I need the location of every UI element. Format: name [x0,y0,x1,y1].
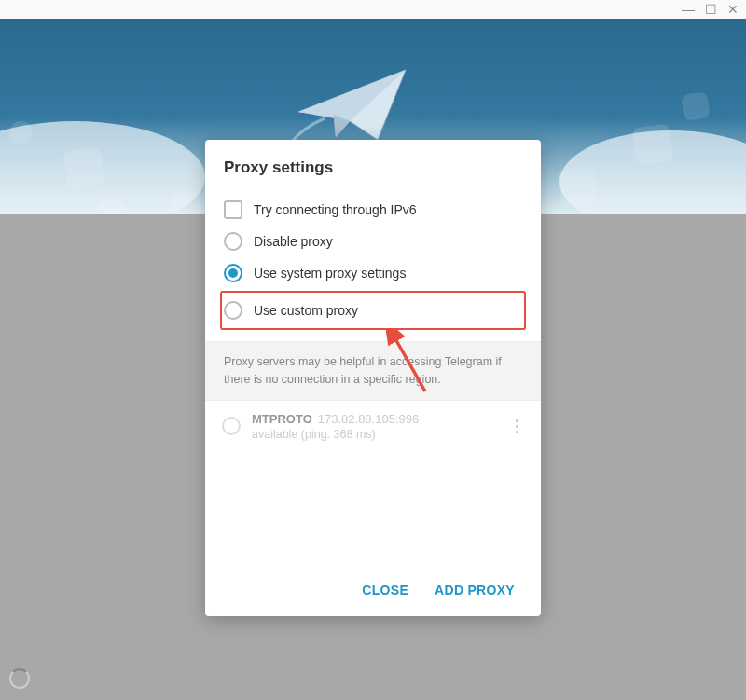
proxy-status: available (ping: 368 ms) [252,428,499,441]
proxy-list-item[interactable]: MTPROTO 173.82.88.105:996 available (pin… [222,412,524,441]
disable-proxy-radio-row[interactable]: Disable proxy [222,226,524,257]
kebab-menu-icon[interactable] [510,414,524,439]
proxy-info-text: Proxy servers may be helpful in accessin… [205,341,541,401]
radio-icon [224,301,242,320]
window-titlebar: — ☐ ✕ [0,0,746,19]
dialog-title: Proxy settings [205,140,541,194]
radio-selected-icon [224,264,242,282]
maximize-button[interactable]: ☐ [705,4,716,15]
system-proxy-label: Use system proxy settings [254,266,406,281]
system-proxy-radio-row[interactable]: Use system proxy settings [222,257,524,289]
loading-spinner-icon [9,668,30,689]
proxy-settings-dialog: Proxy settings Try connecting through IP… [205,140,541,616]
proxy-address: 173.82.88.105:996 [318,412,419,426]
disable-proxy-label: Disable proxy [254,234,333,249]
proxy-type: MTPROTO [252,412,312,426]
close-button[interactable]: CLOSE [362,583,408,597]
annotation-highlight-box: Use custom proxy [220,291,526,330]
minimize-button[interactable]: — [683,4,694,15]
radio-icon [222,417,241,435]
add-proxy-button[interactable]: ADD PROXY [435,583,515,597]
radio-icon [224,232,242,251]
ipv6-checkbox-row[interactable]: Try connecting through IPv6 [222,194,524,226]
ipv6-label: Try connecting through IPv6 [254,202,417,217]
custom-proxy-label: Use custom proxy [254,303,358,318]
close-window-button[interactable]: ✕ [727,4,739,15]
checkbox-icon [224,200,242,219]
custom-proxy-radio-row[interactable]: Use custom proxy [222,296,518,324]
